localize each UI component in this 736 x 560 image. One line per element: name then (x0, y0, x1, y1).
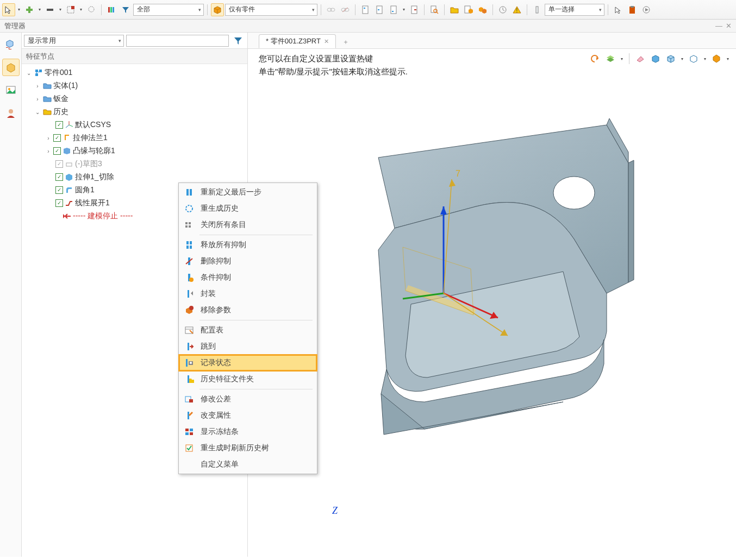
tree-sheetmetal[interactable]: › 钣金 (22, 92, 247, 105)
dropdown-arrow-icon[interactable]: ▾ (702, 56, 708, 61)
expand-icon[interactable]: › (34, 83, 41, 89)
tree-sketch[interactable]: ✓ (-)草图3 (22, 158, 247, 171)
tree-view-icon[interactable] (2, 36, 20, 53)
cm-custom[interactable]: 自定义菜单 (179, 456, 317, 473)
checkbox-icon[interactable]: ✓ (55, 199, 63, 207)
bars-button[interactable] (105, 3, 118, 16)
add-button[interactable] (23, 3, 36, 16)
minimize-icon[interactable]: — (715, 22, 722, 30)
tree-flange[interactable]: › ✓ 拉伸法兰1 (22, 131, 247, 144)
filter-button[interactable] (119, 3, 132, 16)
doc3-button[interactable] (387, 3, 400, 16)
cube-wire-button[interactable] (664, 52, 677, 65)
collapse-icon[interactable]: ⌄ (25, 70, 33, 76)
checkbox-disabled-icon[interactable]: ✓ (55, 160, 63, 168)
box-view-icon[interactable] (2, 59, 20, 76)
cm-remove-param[interactable]: 移除参数 (179, 302, 317, 318)
dropdown-arrow-icon[interactable]: ▾ (58, 7, 63, 12)
cm-tolerance[interactable]: 修改公差 (179, 391, 317, 407)
box-button[interactable] (211, 3, 224, 16)
cm-redefine[interactable]: 重新定义最后一步 (179, 184, 317, 200)
checkbox-icon[interactable]: ✓ (55, 186, 63, 194)
user-view-icon[interactable] (2, 104, 20, 122)
dropdown-arrow-icon[interactable]: ▾ (401, 7, 407, 12)
image-view-icon[interactable] (2, 81, 20, 99)
close-icon[interactable]: ✕ (324, 38, 329, 45)
doc1-button[interactable] (359, 3, 372, 16)
cm-record-state[interactable]: 记录状态 (179, 355, 317, 371)
cm-release[interactable]: 释放所有抑制 (179, 237, 317, 253)
link-button[interactable] (325, 3, 338, 16)
dropdown-arrow-icon[interactable]: ▾ (725, 56, 731, 61)
document-tab[interactable]: * 零件001.Z3PRT ✕ (259, 34, 336, 48)
filter-combo[interactable]: 全部 (133, 4, 204, 16)
cm-regen[interactable]: 重生成历史 (179, 200, 317, 217)
dropdown-arrow-icon[interactable]: ▾ (16, 7, 22, 12)
tree-contour[interactable]: › ✓ 凸缘与轮廓1 (22, 144, 247, 158)
cm-change-attr[interactable]: 改变属性 (179, 407, 317, 424)
box-select-button[interactable] (64, 3, 77, 16)
paste-button[interactable] (626, 3, 639, 16)
svg-rect-42 (36, 72, 37, 74)
undo-button[interactable] (589, 52, 602, 65)
layers-button[interactable] (604, 52, 617, 65)
cm-freeze[interactable]: 显示冻结条 (179, 424, 317, 440)
tree-history[interactable]: ⌄ 历史 (22, 105, 247, 118)
cm-encap[interactable]: 封装 (179, 286, 317, 302)
cm-delete-sup[interactable]: 删除抑制 (179, 253, 317, 269)
cm-refresh[interactable]: 重生成时刷新历史树 (179, 440, 317, 456)
hex-button[interactable] (710, 52, 723, 65)
cm-config[interactable]: 配置表 (179, 322, 317, 338)
warn-button[interactable]: ! (510, 3, 523, 16)
cm-jump[interactable]: 跳到 (179, 338, 317, 355)
doc-mark-button[interactable] (408, 3, 421, 16)
checkbox-icon[interactable]: ✓ (55, 173, 63, 181)
dropdown-arrow-icon[interactable]: ▾ (78, 7, 84, 12)
parts-combo[interactable]: 仅有零件 (225, 4, 317, 16)
tree-root[interactable]: ⌄ 零件001 (22, 66, 247, 79)
tree-solid[interactable]: › 实体(1) (22, 79, 247, 92)
expand-icon[interactable]: › (45, 148, 52, 154)
dropdown-arrow-icon[interactable]: ▾ (37, 7, 42, 12)
checkbox-icon[interactable]: ✓ (53, 147, 61, 155)
cm-folder[interactable]: 历史特征文件夹 (179, 371, 317, 387)
dropdown-arrow-icon[interactable]: ▾ (619, 56, 625, 61)
remove-button[interactable] (43, 3, 57, 16)
boxes-button[interactable] (476, 3, 489, 16)
select-mode-combo[interactable]: 单一选择 (545, 4, 604, 16)
cube-edge-button[interactable] (687, 52, 700, 65)
search-input[interactable] (126, 35, 229, 47)
play-button[interactable] (640, 3, 653, 16)
add-tab-button[interactable]: ＋ (339, 35, 352, 48)
display-combo[interactable]: 显示常用 (24, 35, 124, 47)
viewport[interactable]: * 零件001.Z3PRT ✕ ＋ 您可以在自定义设置里设置热键 单击"帮助/显… (248, 33, 736, 557)
search-doc-button[interactable] (428, 3, 441, 16)
dropdown-arrow-icon[interactable]: ▾ (679, 56, 685, 61)
close-icon[interactable]: ✕ (726, 22, 732, 30)
cursor2-button[interactable] (612, 3, 625, 16)
folder-icon (183, 374, 195, 385)
collapse-icon[interactable]: ⌄ (34, 109, 41, 115)
unlink-button[interactable] (339, 3, 352, 16)
doc2-button[interactable] (373, 3, 386, 16)
tree-csys[interactable]: ✓ 默认CSYS (22, 118, 247, 131)
expand-icon[interactable]: › (34, 96, 41, 102)
history-button[interactable] (496, 3, 509, 16)
cursor-button[interactable] (2, 3, 15, 16)
checkbox-icon[interactable]: ✓ (55, 121, 63, 129)
doc-box-button[interactable] (462, 3, 475, 16)
cm-cond-sup[interactable]: 条件抑制 (179, 269, 317, 286)
eraser-button[interactable] (634, 52, 647, 65)
checkbox-icon[interactable]: ✓ (53, 134, 61, 142)
svg-line-24 (436, 12, 438, 14)
folder-button[interactable] (448, 3, 461, 16)
tree-cut[interactable]: ✓ 拉伸1_切除 (22, 171, 247, 184)
cm-closeall[interactable]: 关闭所有条目 (179, 217, 317, 233)
ruler-button[interactable] (531, 3, 544, 16)
svg-rect-4 (71, 6, 74, 9)
lasso-button[interactable] (85, 3, 98, 16)
expand-icon[interactable]: › (45, 135, 52, 141)
cube-blue-button[interactable] (649, 52, 662, 65)
redefine-icon (183, 187, 195, 198)
filter-icon[interactable] (231, 34, 245, 48)
